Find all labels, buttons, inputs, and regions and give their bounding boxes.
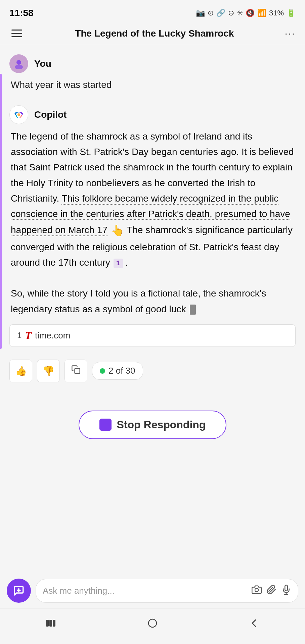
home-button[interactable] <box>136 614 169 635</box>
source-card-1[interactable]: 1 T time.com <box>9 324 296 347</box>
svg-point-1 <box>15 65 23 69</box>
copilot-message-block: Copilot The legend of the shamrock as a … <box>9 105 296 392</box>
copilot-para3: So, while the story I told you is a fict… <box>11 288 266 314</box>
pages-count: 2 of 30 <box>108 366 135 376</box>
svg-point-6 <box>255 588 258 592</box>
user-message-block: You What year it was started <box>9 54 296 92</box>
message-input[interactable]: Ask me anything... <box>43 586 247 596</box>
copilot-response-text: The legend of the shamrock as a symbol o… <box>9 129 296 317</box>
new-chat-button[interactable] <box>7 579 31 603</box>
green-dot <box>100 368 105 374</box>
source-t-icon: T <box>25 329 32 342</box>
svg-point-0 <box>16 60 21 65</box>
svg-rect-11 <box>53 620 55 627</box>
chat-title: The Legend of the Lucky Shamrock <box>75 28 234 39</box>
menu-button[interactable] <box>9 28 24 39</box>
source-domain: time.com <box>35 330 70 341</box>
reaction-bar: 👍 👎 2 of 30 <box>9 360 296 382</box>
stop-responding-button[interactable]: Stop Responding <box>79 411 227 439</box>
copilot-period: . <box>125 257 128 268</box>
message-input-box[interactable]: Ask me anything... <box>36 579 298 603</box>
svg-rect-10 <box>49 620 52 627</box>
app-header: The Legend of the Lucky Shamrock ··· <box>0 24 305 44</box>
battery-icon: 🔋 <box>287 9 296 17</box>
attachment-icon[interactable] <box>266 585 276 597</box>
user-avatar <box>9 54 28 73</box>
dislike-button[interactable]: 👎 <box>37 360 60 382</box>
menu-line-3 <box>11 36 22 37</box>
svg-rect-12 <box>148 619 157 627</box>
back-button[interactable] <box>238 614 270 635</box>
copilot-avatar <box>9 105 28 124</box>
svg-rect-3 <box>75 369 80 374</box>
copy-icon <box>71 365 81 377</box>
more-options-button[interactable]: ··· <box>285 28 296 39</box>
copilot-para1: The legend of the shamrock as a symbol o… <box>11 131 294 204</box>
status-bar: 11:58 📷 ⊙ 🔗 ⊖ ✳ 🔇 📶 31% 🔋 <box>0 0 305 24</box>
svg-point-2 <box>17 113 20 116</box>
link-icon: 🔗 <box>216 9 225 17</box>
input-area: Ask me anything... <box>0 573 305 608</box>
battery-text: 31% <box>269 9 284 17</box>
cursor-pointer-icon: 👆 <box>111 222 124 239</box>
source-number: 1 <box>17 331 21 340</box>
bluetooth-icon: ✳ <box>237 9 243 17</box>
mute-icon: 🔇 <box>246 9 255 17</box>
copy-button[interactable] <box>64 360 87 382</box>
left-accent <box>0 74 2 349</box>
stop-icon <box>99 419 112 431</box>
wifi-icon: 📶 <box>257 9 266 17</box>
menu-line-1 <box>11 30 22 31</box>
pages-badge: 2 of 30 <box>92 362 143 380</box>
recent-apps-button[interactable] <box>35 614 67 635</box>
user-name: You <box>34 58 51 69</box>
status-time: 11:58 <box>9 8 34 18</box>
stop-responding-label: Stop Responding <box>117 419 206 431</box>
user-message-text: What year it was started <box>9 78 296 92</box>
svg-rect-9 <box>46 620 49 627</box>
stop-responding-container: Stop Responding <box>9 411 296 439</box>
copilot-header: Copilot <box>9 105 296 124</box>
bottom-nav <box>0 608 305 644</box>
typing-cursor <box>190 305 196 315</box>
thumbs-down-icon: 👎 <box>43 365 54 376</box>
minus-icon: ⊖ <box>228 9 234 17</box>
screenrecord-icon: ⊙ <box>208 9 214 17</box>
status-icons: 📷 ⊙ 🔗 ⊖ ✳ 🔇 📶 31% 🔋 <box>196 9 296 17</box>
thumbs-up-icon: 👍 <box>15 365 27 376</box>
camera-input-icon[interactable] <box>252 585 262 597</box>
microphone-icon[interactable] <box>281 585 291 597</box>
menu-line-2 <box>11 33 22 34</box>
camera-status-icon: 📷 <box>196 9 205 17</box>
chat-area: You What year it was started <box>0 44 305 573</box>
citation-badge-1[interactable]: 1 <box>114 259 123 268</box>
copilot-name: Copilot <box>34 109 67 120</box>
user-header: You <box>9 54 296 73</box>
like-button[interactable]: 👍 <box>9 360 32 382</box>
